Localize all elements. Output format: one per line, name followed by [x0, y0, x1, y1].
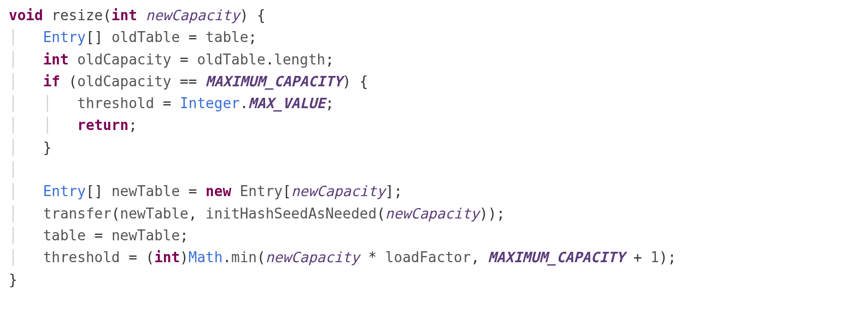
indent-guide: │ [43, 95, 52, 111]
indent-guide: │ [9, 249, 17, 265]
identifier-newTable: newTable [112, 183, 180, 199]
code-line: │ if (oldCapacity == MAXIMUM_CAPACITY) { [9, 73, 368, 90]
code-line: │ table = newTable; [9, 227, 189, 244]
type-Entry: Entry [43, 183, 86, 199]
operator-plus: + [634, 249, 642, 265]
identifier-length: length [274, 51, 325, 68]
indent-guide: │ [9, 161, 17, 178]
brace-open: { [257, 7, 266, 23]
code-line: } [9, 271, 17, 288]
identifier-table: table [206, 29, 248, 45]
keyword-int: int [112, 7, 137, 23]
indent-guide: │ [9, 73, 17, 90]
operator-star: * [368, 249, 377, 265]
keyword-int: int [43, 51, 69, 68]
keyword-void: void [9, 7, 43, 23]
method-min: min [231, 249, 257, 265]
code-line: │ Entry[] newTable = new Entry[newCapaci… [9, 183, 402, 199]
code-line: │ transfer(newTable, initHashSeedAsNeede… [9, 205, 505, 222]
indent-guide: │ [9, 183, 17, 199]
method-initHashSeedAsNeeded: initHashSeedAsNeeded [206, 205, 377, 222]
operator-eqeq: == [180, 73, 197, 90]
type-Entry: Entry [43, 29, 86, 45]
literal-one: 1 [650, 249, 659, 265]
method-transfer: transfer [43, 205, 112, 222]
paren-close: ) [240, 7, 249, 23]
identifier-oldTable: oldTable [112, 29, 180, 45]
indent-guide: │ [9, 117, 17, 133]
type-Math: Math [189, 249, 223, 265]
code-line: │ threshold = (int)Math.min(newCapacity … [9, 249, 676, 265]
indent-guide: │ [43, 117, 52, 133]
method-name-resize: resize [51, 7, 103, 23]
param-newCapacity: newCapacity [145, 7, 239, 23]
brace-close: } [43, 139, 52, 156]
constant-MAX_VALUE: MAX_VALUE [248, 95, 325, 111]
indent-guide: │ [9, 227, 17, 244]
code-line: void resize(int newCapacity) { [9, 7, 266, 23]
code-line: │ │ threshold = Integer.MAX_VALUE; [9, 95, 334, 111]
type-Integer: Integer [180, 95, 240, 111]
brace-close: } [9, 271, 17, 288]
identifier-threshold: threshold [77, 95, 154, 111]
keyword-return: return [77, 117, 128, 133]
keyword-if: if [43, 73, 60, 90]
code-line: │ │ return; [9, 117, 137, 133]
indent-guide: │ [9, 29, 17, 45]
indent-guide: │ [9, 51, 17, 68]
identifier-oldCapacity: oldCapacity [77, 51, 171, 68]
code-line: │ Entry[] oldTable = table; [9, 29, 257, 45]
indent-guide: │ [9, 95, 17, 111]
paren-open: ( [103, 7, 112, 23]
constant-MAXIMUM_CAPACITY: MAXIMUM_CAPACITY [206, 73, 342, 90]
code-line: │ [9, 161, 17, 178]
code-line: │ int oldCapacity = oldTable.length; [9, 51, 334, 68]
indent-guide: │ [9, 205, 17, 222]
keyword-new: new [206, 183, 231, 199]
code-line: │ } [9, 139, 51, 156]
code-block: void resize(int newCapacity) { │ Entry[]… [9, 4, 859, 291]
identifier-loadFactor: loadFactor [385, 249, 471, 265]
indent-guide: │ [9, 139, 17, 156]
